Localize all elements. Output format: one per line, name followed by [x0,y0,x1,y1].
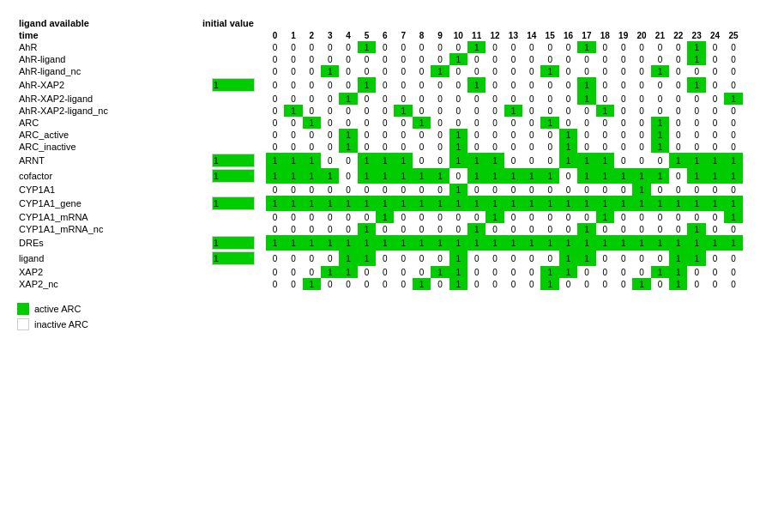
cell-ARC_active-3: 0 [321,129,339,141]
cell-DREs-15: 1 [540,235,558,251]
time-header-17: 17 [577,29,595,41]
cell-XAP2_nc-3: 0 [321,278,339,290]
row-label-cofactor: cofactor [17,168,201,184]
cell-CYP1A1_mRNA_nc-3: 0 [321,223,339,235]
cell-AhR-4: 0 [339,41,357,53]
cell-cofactor-11: 1 [467,168,486,184]
cell-ARC_active-12: 0 [486,129,504,141]
inactive-arc-legend: inactive ARC [17,318,743,330]
time-header-12: 12 [486,29,504,41]
cell-DREs-13: 1 [504,235,522,251]
cell-CYP1A1-11: 0 [467,184,486,196]
cell-CYP1A1_mRNA_nc-24: 0 [706,223,724,235]
cell-CYP1A1_mRNA-7: 0 [394,211,412,223]
cell-XAP2_nc-20: 1 [632,278,650,290]
cell-ligand-23: 1 [687,251,705,266]
cell-AhR-ligand_nc-12: 0 [486,65,504,77]
cell-AhR-ligand_nc-17: 0 [577,65,595,77]
cell-ARC_inactive-3: 0 [321,141,339,153]
cell-AhR-ligand_nc-25: 0 [724,65,743,77]
cell-cofactor-21: 1 [651,168,669,184]
cell-ARNT-5: 1 [358,153,376,168]
initial-input-CYP1A1_gene[interactable] [212,196,255,210]
cell-CYP1A1-1: 0 [284,184,302,196]
cell-ARC-13: 0 [504,117,522,129]
cell-AhR-XAP2-ligand_nc-23: 0 [687,105,705,117]
initial-input-ARNT[interactable] [212,154,255,167]
cell-XAP2-8: 0 [413,266,431,278]
time-header-7: 7 [394,29,412,41]
cell-AhR-ligand-24: 0 [706,53,724,65]
cell-AhR-XAP2-ligand_nc-7: 1 [394,105,412,117]
cell-ARNT-2: 1 [303,153,321,168]
time-header-13: 13 [504,29,522,41]
cell-ligand-0: 0 [266,251,284,266]
cell-cofactor-10: 0 [449,168,467,184]
time-initial-spacer [201,29,266,41]
cell-AhR-XAP2-0: 0 [266,77,284,93]
cell-cofactor-4: 0 [339,168,357,184]
cell-AhR-13: 0 [504,41,522,53]
cell-AhR-XAP2-14: 0 [522,77,540,93]
time-header-25: 25 [724,29,743,41]
cell-AhR-XAP2-6: 0 [376,77,394,93]
cell-ARC_active-22: 0 [669,129,687,141]
cell-DREs-14: 1 [522,235,540,251]
cell-CYP1A1_mRNA_nc-16: 0 [559,223,577,235]
cell-ARC_active-0: 0 [266,129,284,141]
cell-cofactor-17: 1 [577,168,595,184]
cell-cofactor-5: 1 [358,168,376,184]
cell-ARNT-12: 1 [486,153,504,168]
cell-AhR-XAP2-ligand_nc-10: 0 [449,105,467,117]
cell-CYP1A1_gene-2: 1 [303,196,321,211]
cell-CYP1A1_gene-24: 1 [706,196,724,211]
cell-CYP1A1-7: 0 [394,184,412,196]
cell-CYP1A1_gene-7: 1 [394,196,412,211]
cell-AhR-XAP2-ligand-23: 0 [687,93,705,105]
cell-CYP1A1_mRNA_nc-22: 0 [669,223,687,235]
cell-CYP1A1-20: 1 [632,184,650,196]
cell-CYP1A1_gene-15: 1 [540,196,558,211]
cell-AhR-14: 0 [522,41,540,53]
cell-AhR-XAP2-ligand_nc-0: 0 [266,105,284,117]
cell-AhR-XAP2-ligand-18: 0 [596,93,614,105]
cell-DREs-2: 1 [303,235,321,251]
cell-DREs-19: 1 [614,235,632,251]
cell-ARC_active-1: 0 [284,129,302,141]
cell-XAP2-18: 0 [596,266,614,278]
cell-AhR-3: 0 [321,41,339,53]
cell-XAP2_nc-2: 1 [303,278,321,290]
cell-AhR-ligand-7: 0 [394,53,412,65]
cell-AhR-ligand_nc-6: 0 [376,65,394,77]
cell-CYP1A1_mRNA_nc-25: 0 [724,223,743,235]
cell-XAP2_nc-22: 1 [669,278,687,290]
time-header-9: 9 [431,29,449,41]
cell-AhR-XAP2-15: 0 [540,77,558,93]
cell-DREs-9: 1 [431,235,449,251]
cell-AhR-XAP2-ligand_nc-5: 0 [358,105,376,117]
cell-CYP1A1-18: 0 [596,184,614,196]
cell-CYP1A1-15: 0 [540,184,558,196]
cell-CYP1A1_mRNA-8: 0 [413,211,431,223]
cell-CYP1A1-23: 0 [687,184,705,196]
cell-cofactor-7: 1 [394,168,412,184]
cell-XAP2_nc-15: 1 [540,278,558,290]
cell-ARNT-8: 0 [413,153,431,168]
cell-CYP1A1_mRNA-15: 0 [540,211,558,223]
cell-AhR-XAP2-ligand-20: 0 [632,93,650,105]
cell-ARC-16: 0 [559,117,577,129]
cell-CYP1A1-19: 0 [614,184,632,196]
cell-ARC_inactive-1: 0 [284,141,302,153]
initial-input-ligand[interactable] [212,251,255,265]
cell-ARNT-20: 0 [632,153,650,168]
initial-input-AhR-XAP2[interactable] [212,78,255,92]
initial-input-cofactor[interactable] [212,169,255,183]
initial-input-DREs[interactable] [212,236,255,250]
row-label-ARC_active: ARC_active [17,129,201,141]
cell-XAP2_nc-6: 0 [376,278,394,290]
cell-AhR-ligand-12: 0 [486,53,504,65]
cell-ligand-19: 0 [614,251,632,266]
cell-AhR-XAP2-ligand_nc-13: 1 [504,105,522,117]
cell-AhR-XAP2-10: 0 [449,77,467,93]
cell-AhR-XAP2-ligand_nc-3: 0 [321,105,339,117]
